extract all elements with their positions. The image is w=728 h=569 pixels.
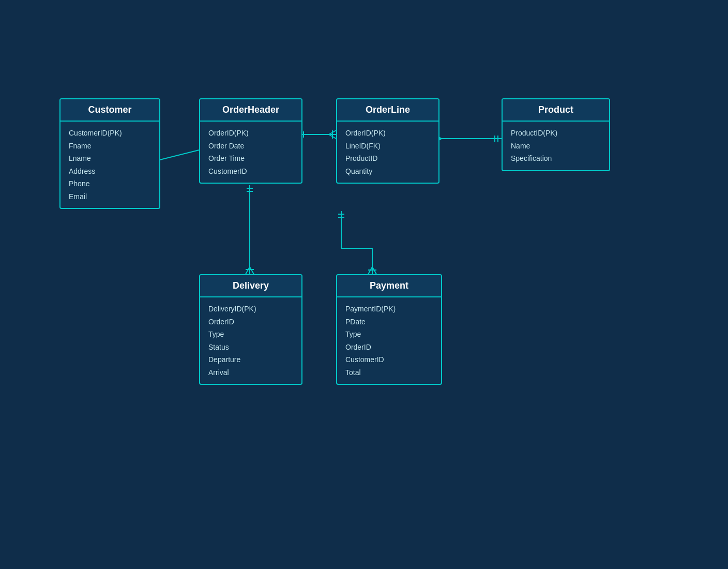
- payment-field-0: PaymentID(PK): [345, 303, 433, 316]
- customer-field-4: Phone: [69, 177, 151, 190]
- entity-delivery: Delivery DeliveryID(PK) OrderID Type Sta…: [199, 274, 302, 385]
- product-field-0: ProductID(PK): [511, 127, 601, 140]
- orderline-field-0: OrderID(PK): [345, 127, 430, 140]
- delivery-field-1: OrderID: [208, 316, 293, 328]
- delivery-field-0: DeliveryID(PK): [208, 303, 293, 316]
- payment-field-1: PDate: [345, 316, 433, 328]
- entity-payment-header: Payment: [337, 275, 441, 297]
- svg-line-5: [329, 134, 336, 139]
- orderheader-field-2: Order Time: [208, 152, 293, 165]
- entity-payment-body: PaymentID(PK) PDate Type OrderID Custome…: [337, 297, 441, 384]
- payment-field-3: OrderID: [345, 341, 433, 354]
- entity-customer-body: CustomerID(PK) Fname Lname Address Phone…: [60, 122, 159, 208]
- orderline-field-2: ProductID: [345, 152, 430, 165]
- entity-customer-header: Customer: [60, 99, 159, 122]
- svg-line-15: [246, 267, 250, 274]
- svg-line-0: [158, 150, 199, 160]
- delivery-field-3: Status: [208, 341, 293, 354]
- entity-product: Product ProductID(PK) Name Specification: [502, 98, 610, 171]
- orderline-field-1: LineID(FK): [345, 140, 430, 153]
- entity-orderheader-header: OrderHeader: [200, 99, 301, 122]
- payment-field-4: CustomerID: [345, 353, 433, 366]
- customer-field-2: Lname: [69, 152, 151, 165]
- orderheader-field-0: OrderID(PK): [208, 127, 293, 140]
- delivery-field-4: Departure: [208, 353, 293, 366]
- payment-field-2: Type: [345, 328, 433, 341]
- entity-orderline-header: OrderLine: [337, 99, 438, 122]
- payment-field-5: Total: [345, 366, 433, 379]
- svg-line-24: [372, 267, 376, 274]
- orderline-field-3: Quantity: [345, 165, 430, 178]
- entity-product-body: ProductID(PK) Name Specification: [503, 122, 609, 170]
- entity-orderline-body: OrderID(PK) LineID(FK) ProductID Quantit…: [337, 122, 438, 183]
- entity-product-header: Product: [503, 99, 609, 122]
- diagram-container: Customer CustomerID(PK) Fname Lname Addr…: [0, 0, 728, 569]
- entity-orderline: OrderLine OrderID(PK) LineID(FK) Product…: [336, 98, 439, 184]
- customer-field-5: Email: [69, 190, 151, 203]
- delivery-field-5: Arrival: [208, 366, 293, 379]
- svg-line-23: [368, 267, 372, 274]
- customer-field-0: CustomerID(PK): [69, 127, 151, 140]
- entity-delivery-body: DeliveryID(PK) OrderID Type Status Depar…: [200, 297, 301, 384]
- customer-field-1: Fname: [69, 140, 151, 153]
- entity-orderheader-body: OrderID(PK) Order Date Order Time Custom…: [200, 122, 301, 183]
- svg-line-16: [250, 267, 254, 274]
- entity-delivery-header: Delivery: [200, 275, 301, 297]
- delivery-field-2: Type: [208, 328, 293, 341]
- orderheader-field-3: CustomerID: [208, 165, 293, 178]
- product-field-1: Name: [511, 140, 601, 153]
- product-field-2: Specification: [511, 152, 601, 165]
- entity-payment: Payment PaymentID(PK) PDate Type OrderID…: [336, 274, 442, 385]
- entity-customer: Customer CustomerID(PK) Fname Lname Addr…: [59, 98, 160, 209]
- orderheader-field-1: Order Date: [208, 140, 293, 153]
- entity-orderheader: OrderHeader OrderID(PK) Order Date Order…: [199, 98, 302, 184]
- customer-field-3: Address: [69, 165, 151, 178]
- svg-line-4: [329, 130, 336, 134]
